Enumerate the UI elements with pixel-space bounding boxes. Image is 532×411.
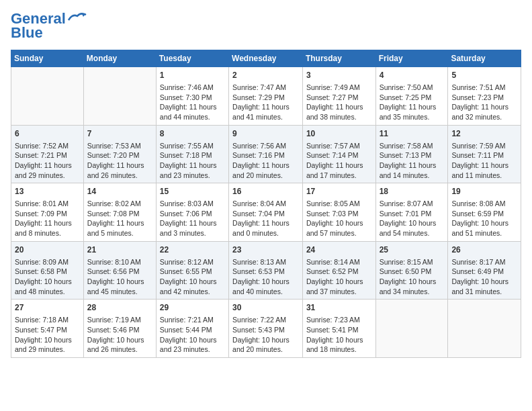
calendar-cell: 31Sunrise: 7:23 AMSunset: 5:41 PMDayligh… bbox=[302, 300, 375, 358]
sunrise-text: Sunrise: 8:08 AM bbox=[451, 199, 517, 209]
sunrise-text: Sunrise: 7:47 AM bbox=[232, 83, 299, 93]
day-number: 6 bbox=[15, 128, 80, 140]
daylight-text: Daylight: 10 hours and 45 minutes. bbox=[87, 277, 152, 296]
day-number: 17 bbox=[306, 186, 372, 197]
day-number: 2 bbox=[232, 70, 299, 81]
day-number: 19 bbox=[451, 186, 517, 197]
sunrise-text: Sunrise: 7:49 AM bbox=[306, 83, 372, 93]
calendar-cell: 8Sunrise: 7:55 AMSunset: 7:18 PMDaylight… bbox=[156, 125, 228, 183]
weekday-header-saturday: Saturday bbox=[448, 50, 521, 67]
day-number: 23 bbox=[232, 244, 299, 256]
sunset-text: Sunset: 7:04 PM bbox=[232, 209, 299, 219]
calendar-cell: 25Sunrise: 8:15 AMSunset: 6:50 PMDayligh… bbox=[375, 241, 448, 300]
sunset-text: Sunset: 6:52 PM bbox=[306, 267, 372, 277]
calendar-cell: 23Sunrise: 8:13 AMSunset: 6:53 PMDayligh… bbox=[229, 241, 303, 300]
sunrise-text: Sunrise: 7:18 AM bbox=[15, 315, 80, 325]
calendar-cell: 20Sunrise: 8:09 AMSunset: 6:58 PMDayligh… bbox=[11, 241, 84, 300]
day-number: 26 bbox=[451, 244, 517, 256]
calendar-cell: 15Sunrise: 8:03 AMSunset: 7:06 PMDayligh… bbox=[156, 183, 228, 242]
daylight-text: Daylight: 10 hours and 42 minutes. bbox=[160, 277, 225, 296]
day-number: 10 bbox=[306, 128, 372, 140]
daylight-text: Daylight: 11 hours and 44 minutes. bbox=[160, 102, 225, 122]
sunrise-text: Sunrise: 7:52 AM bbox=[15, 141, 80, 151]
calendar-cell bbox=[11, 67, 84, 126]
calendar-cell: 9Sunrise: 7:56 AMSunset: 7:16 PMDaylight… bbox=[229, 125, 303, 183]
calendar-week-row: 13Sunrise: 8:01 AMSunset: 7:09 PMDayligh… bbox=[11, 183, 521, 242]
sunset-text: Sunset: 7:14 PM bbox=[306, 150, 372, 161]
sunrise-text: Sunrise: 7:55 AM bbox=[160, 141, 225, 151]
daylight-text: Daylight: 11 hours and 23 minutes. bbox=[160, 161, 225, 180]
daylight-text: Daylight: 10 hours and 57 minutes. bbox=[306, 218, 372, 238]
calendar-cell: 3Sunrise: 7:49 AMSunset: 7:27 PMDaylight… bbox=[302, 67, 375, 126]
sunset-text: Sunset: 6:58 PM bbox=[15, 267, 80, 277]
calendar-cell bbox=[375, 300, 448, 358]
sunrise-text: Sunrise: 8:07 AM bbox=[380, 199, 445, 209]
sunset-text: Sunset: 5:47 PM bbox=[15, 325, 80, 335]
calendar-cell: 1Sunrise: 7:46 AMSunset: 7:30 PMDaylight… bbox=[156, 67, 228, 126]
sunset-text: Sunset: 7:06 PM bbox=[160, 209, 225, 219]
calendar-cell: 22Sunrise: 8:12 AMSunset: 6:55 PMDayligh… bbox=[156, 241, 228, 300]
sunrise-text: Sunrise: 7:21 AM bbox=[160, 315, 225, 325]
daylight-text: Daylight: 10 hours and 29 minutes. bbox=[15, 335, 80, 355]
weekday-header-friday: Friday bbox=[375, 50, 448, 67]
sunset-text: Sunset: 7:18 PM bbox=[160, 150, 225, 161]
sunset-text: Sunset: 7:21 PM bbox=[15, 150, 80, 161]
daylight-text: Daylight: 11 hours and 5 minutes. bbox=[87, 218, 152, 238]
daylight-text: Daylight: 11 hours and 26 minutes. bbox=[87, 161, 152, 180]
calendar-cell: 24Sunrise: 8:14 AMSunset: 6:52 PMDayligh… bbox=[302, 241, 375, 300]
sunset-text: Sunset: 7:16 PM bbox=[232, 150, 299, 161]
sunset-text: Sunset: 7:01 PM bbox=[380, 209, 445, 219]
calendar-week-row: 27Sunrise: 7:18 AMSunset: 5:47 PMDayligh… bbox=[11, 300, 521, 358]
day-number: 31 bbox=[306, 302, 372, 314]
weekday-header-wednesday: Wednesday bbox=[229, 50, 303, 67]
sunset-text: Sunset: 7:29 PM bbox=[232, 93, 299, 103]
calendar-cell: 10Sunrise: 7:57 AMSunset: 7:14 PMDayligh… bbox=[302, 125, 375, 183]
logo-blue: Blue bbox=[11, 24, 43, 42]
daylight-text: Daylight: 10 hours and 40 minutes. bbox=[232, 277, 299, 296]
daylight-text: Daylight: 11 hours and 0 minutes. bbox=[232, 218, 299, 238]
sunrise-text: Sunrise: 7:51 AM bbox=[451, 83, 517, 93]
sunrise-text: Sunrise: 8:09 AM bbox=[15, 257, 80, 267]
day-number: 16 bbox=[232, 186, 299, 197]
sunrise-text: Sunrise: 8:17 AM bbox=[451, 257, 517, 267]
day-number: 1 bbox=[160, 70, 225, 81]
daylight-text: Daylight: 10 hours and 26 minutes. bbox=[87, 335, 152, 355]
daylight-text: Daylight: 10 hours and 34 minutes. bbox=[380, 277, 445, 296]
calendar-cell: 4Sunrise: 7:50 AMSunset: 7:25 PMDaylight… bbox=[375, 67, 448, 126]
daylight-text: Daylight: 10 hours and 51 minutes. bbox=[451, 218, 517, 238]
sunrise-text: Sunrise: 7:59 AM bbox=[451, 141, 517, 151]
weekday-header-monday: Monday bbox=[83, 50, 156, 67]
sunrise-text: Sunrise: 7:50 AM bbox=[380, 83, 445, 93]
daylight-text: Daylight: 11 hours and 11 minutes. bbox=[451, 161, 517, 180]
calendar-cell: 29Sunrise: 7:21 AMSunset: 5:44 PMDayligh… bbox=[156, 300, 228, 358]
calendar-cell: 11Sunrise: 7:58 AMSunset: 7:13 PMDayligh… bbox=[375, 125, 448, 183]
sunrise-text: Sunrise: 7:58 AM bbox=[380, 141, 445, 151]
day-number: 3 bbox=[306, 70, 372, 81]
sunrise-text: Sunrise: 7:56 AM bbox=[232, 141, 299, 151]
calendar-cell: 5Sunrise: 7:51 AMSunset: 7:23 PMDaylight… bbox=[448, 67, 521, 126]
sunset-text: Sunset: 5:41 PM bbox=[306, 325, 372, 335]
sunset-text: Sunset: 7:08 PM bbox=[87, 209, 152, 219]
sunset-text: Sunset: 5:43 PM bbox=[232, 325, 299, 335]
calendar-cell: 28Sunrise: 7:19 AMSunset: 5:46 PMDayligh… bbox=[83, 300, 156, 358]
sunrise-text: Sunrise: 8:10 AM bbox=[87, 257, 152, 267]
day-number: 5 bbox=[451, 70, 517, 81]
day-number: 9 bbox=[232, 128, 299, 140]
daylight-text: Daylight: 10 hours and 31 minutes. bbox=[451, 277, 517, 296]
sunrise-text: Sunrise: 8:15 AM bbox=[380, 257, 445, 267]
sunrise-text: Sunrise: 8:01 AM bbox=[15, 199, 80, 209]
day-number: 28 bbox=[87, 302, 152, 314]
calendar-cell: 17Sunrise: 8:05 AMSunset: 7:03 PMDayligh… bbox=[302, 183, 375, 242]
calendar-cell: 12Sunrise: 7:59 AMSunset: 7:11 PMDayligh… bbox=[448, 125, 521, 183]
page-header: General Blue bbox=[11, 11, 521, 42]
calendar-week-row: 1Sunrise: 7:46 AMSunset: 7:30 PMDaylight… bbox=[11, 67, 521, 126]
day-number: 4 bbox=[380, 70, 445, 81]
calendar-cell: 13Sunrise: 8:01 AMSunset: 7:09 PMDayligh… bbox=[11, 183, 84, 242]
sunset-text: Sunset: 7:20 PM bbox=[87, 150, 152, 161]
sunset-text: Sunset: 7:03 PM bbox=[306, 209, 372, 219]
daylight-text: Daylight: 10 hours and 54 minutes. bbox=[380, 218, 445, 238]
daylight-text: Daylight: 10 hours and 20 minutes. bbox=[232, 335, 299, 355]
day-number: 7 bbox=[87, 128, 152, 140]
weekday-header-thursday: Thursday bbox=[302, 50, 375, 67]
daylight-text: Daylight: 10 hours and 37 minutes. bbox=[306, 277, 372, 296]
